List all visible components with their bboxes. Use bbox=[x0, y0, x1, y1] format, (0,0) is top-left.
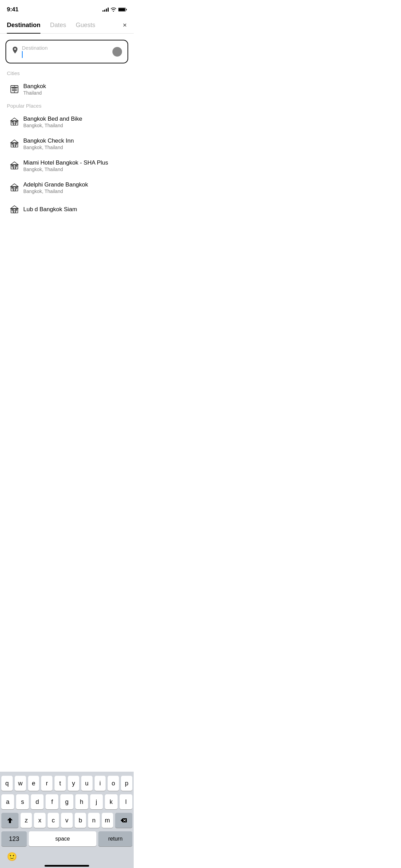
place-item-text: Miami Hotel Bangkok - SHA Plus Bangkok, … bbox=[23, 159, 108, 172]
place-location: Bangkok, Thailand bbox=[23, 123, 82, 128]
text-cursor bbox=[22, 51, 23, 58]
place-item-text: Lub d Bangkok Siam bbox=[23, 206, 77, 213]
place-item-text: Bangkok Bed and Bike Bangkok, Thailand bbox=[23, 116, 82, 128]
svg-rect-1 bbox=[119, 8, 125, 11]
hotel-icon bbox=[7, 180, 22, 195]
search-box[interactable]: Destination bbox=[5, 40, 128, 63]
place-name: Bangkok Bed and Bike bbox=[23, 116, 82, 122]
popular-places-header: Popular Places bbox=[0, 100, 134, 111]
city-country: Thailand bbox=[23, 90, 46, 96]
svg-rect-13 bbox=[13, 123, 15, 125]
search-input[interactable]: Destination bbox=[22, 45, 109, 58]
hotel-icon bbox=[7, 136, 22, 151]
place-name: Bangkok Check Inn bbox=[23, 137, 74, 144]
cities-header: Cities bbox=[0, 68, 134, 78]
svg-rect-43 bbox=[15, 209, 17, 211]
status-time: 9:41 bbox=[7, 6, 19, 13]
list-item[interactable]: Bangkok Bed and Bike Bangkok, Thailand bbox=[0, 111, 134, 133]
svg-rect-28 bbox=[12, 166, 13, 167]
city-item-text: Bangkok Thailand bbox=[23, 83, 46, 96]
hotel-icon bbox=[7, 114, 22, 129]
tab-guests[interactable]: Guests bbox=[76, 22, 95, 33]
battery-icon bbox=[118, 8, 127, 12]
svg-rect-7 bbox=[15, 89, 16, 91]
close-button[interactable]: × bbox=[123, 21, 127, 33]
svg-rect-35 bbox=[12, 188, 13, 189]
svg-rect-34 bbox=[13, 189, 15, 191]
svg-rect-22 bbox=[15, 144, 17, 145]
place-location: Bangkok, Thailand bbox=[23, 167, 108, 172]
location-pin-icon bbox=[12, 47, 19, 57]
place-name: Lub d Bangkok Siam bbox=[23, 206, 77, 213]
list-item[interactable]: Miami Hotel Bangkok - SHA Plus Bangkok, … bbox=[0, 155, 134, 177]
search-container: Destination bbox=[0, 34, 134, 68]
status-bar: 9:41 bbox=[0, 0, 134, 17]
tab-bar: Destination Dates Guests × bbox=[0, 17, 134, 34]
svg-rect-14 bbox=[12, 122, 13, 123]
place-item-text: Adelphi Grande Bangkok Bangkok, Thailand bbox=[23, 181, 88, 194]
svg-rect-41 bbox=[13, 211, 15, 213]
signal-icon bbox=[102, 8, 109, 12]
place-item-text: Bangkok Check Inn Bangkok, Thailand bbox=[23, 137, 74, 150]
search-placeholder: Destination bbox=[22, 45, 109, 50]
hotel-icon bbox=[7, 202, 22, 217]
list-item[interactable]: Bangkok Check Inn Bangkok, Thailand bbox=[0, 133, 134, 155]
svg-rect-42 bbox=[12, 209, 13, 211]
place-location: Bangkok, Thailand bbox=[23, 189, 88, 194]
cursor-line bbox=[22, 51, 109, 58]
list-item[interactable]: Bangkok Thailand bbox=[0, 78, 134, 100]
svg-rect-29 bbox=[15, 166, 17, 167]
place-name: Adelphi Grande Bangkok bbox=[23, 181, 88, 188]
place-location: Bangkok, Thailand bbox=[23, 145, 74, 150]
svg-rect-6 bbox=[12, 89, 14, 91]
tab-destination[interactable]: Destination bbox=[7, 22, 40, 34]
mic-button[interactable] bbox=[112, 47, 122, 57]
list-item[interactable]: Adelphi Grande Bangkok Bangkok, Thailand bbox=[0, 177, 134, 198]
tab-dates[interactable]: Dates bbox=[50, 22, 66, 33]
svg-rect-2 bbox=[126, 9, 127, 10]
popular-places-list: Bangkok Bed and Bike Bangkok, Thailand B… bbox=[0, 111, 134, 220]
city-name: Bangkok bbox=[23, 83, 46, 90]
svg-rect-27 bbox=[13, 167, 15, 169]
status-icons bbox=[102, 8, 127, 12]
place-name: Miami Hotel Bangkok - SHA Plus bbox=[23, 159, 108, 166]
svg-rect-36 bbox=[15, 188, 17, 189]
list-item[interactable]: Lub d Bangkok Siam bbox=[0, 198, 134, 220]
svg-rect-15 bbox=[15, 122, 17, 123]
svg-rect-20 bbox=[13, 145, 15, 147]
svg-rect-21 bbox=[12, 144, 13, 145]
hotel-icon bbox=[7, 158, 22, 173]
building-icon bbox=[7, 82, 22, 97]
wifi-icon bbox=[111, 8, 116, 12]
